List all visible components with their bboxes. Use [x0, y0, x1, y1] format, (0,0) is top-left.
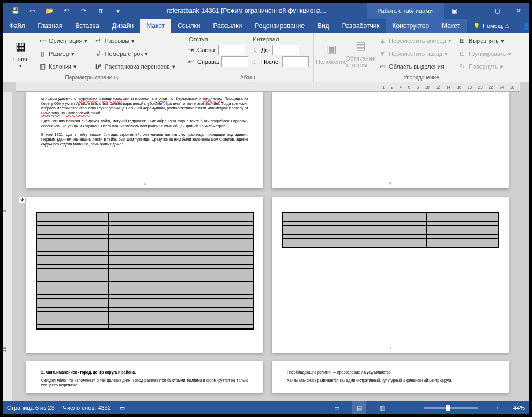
p8-para[interactable]: Сегодня мало что напоминает о тех далеки… — [41, 378, 248, 387]
position-button: ▣ Положение — [318, 35, 345, 70]
folder-icon: 📂 — [45, 6, 54, 15]
view-read-button[interactable]: ▭ — [330, 401, 344, 414]
spacing-after: ↕После: — [250, 56, 309, 67]
qat-customize[interactable]: ▾ — [110, 3, 126, 19]
zoom-thumb[interactable] — [446, 405, 450, 411]
ribbon-icon: ▣ — [452, 7, 457, 14]
status-page[interactable]: Страница 6 из 23 — [7, 405, 55, 411]
group-paragraph: Отступ ⇥Слева: ⇤Справа: Интервал ↕До: ↕П… — [182, 33, 314, 82]
p8-heading[interactable]: 2. Ханты-Мансийск - город, центр округа … — [41, 370, 248, 375]
view-web-button[interactable]: ▥ — [375, 401, 389, 414]
share-button[interactable]: 👤Общий доступ — [516, 19, 532, 33]
table-2[interactable] — [282, 212, 499, 248]
save-button[interactable]: 💾 — [7, 3, 23, 19]
rotate-icon: ↻ — [458, 62, 467, 71]
breaks-button[interactable]: ↵Разрывы ▾ — [92, 35, 177, 47]
tab-view[interactable]: Вид — [311, 19, 336, 33]
open-button[interactable]: 📂 — [41, 3, 57, 19]
tab-developer[interactable]: Разработчик — [336, 19, 386, 33]
zoom-in-button[interactable]: + — [491, 401, 505, 414]
zoom-level[interactable]: 44% — [513, 405, 525, 411]
status-words[interactable]: Число слов: 4332 — [63, 405, 111, 411]
minimize-button[interactable]: — — [465, 3, 486, 19]
close-icon: ✕ — [516, 7, 521, 14]
chevron-down-icon: ▾ — [19, 63, 21, 68]
undo-button[interactable]: ↶ — [58, 3, 75, 19]
maximize-button[interactable]: ▢ — [486, 3, 508, 19]
tab-mailings[interactable]: Рассылки — [206, 19, 248, 33]
page-4[interactable]: слишком удалено от сургутских и кондинск… — [26, 92, 263, 188]
tab-table-layout[interactable]: Макет — [435, 19, 467, 33]
tab-file[interactable]: Файл — [3, 19, 32, 33]
tab-layout[interactable]: Макет — [140, 19, 171, 33]
page-5[interactable]: 5 — [272, 92, 509, 188]
ribbon-options-button[interactable]: ▣ — [444, 3, 465, 19]
close-button[interactable]: ✕ — [508, 3, 529, 19]
spacing-after-icon: ↕ — [250, 57, 259, 66]
redo-button[interactable]: ↷ — [76, 3, 92, 19]
rotate-button: ↻Повернуть ▾ — [456, 61, 514, 72]
page-9[interactable]: Преобладающие религии — православие и му… — [272, 361, 509, 393]
tab-review[interactable]: Рецензирование — [248, 19, 311, 33]
table-move-handle[interactable]: ✥ — [19, 197, 25, 203]
spacing-after-input[interactable] — [282, 56, 309, 67]
page-number: 7 — [389, 346, 391, 350]
table-1[interactable] — [36, 212, 254, 330]
margins-button[interactable]: ▦ Поля ▾ — [7, 35, 34, 70]
align-icon: ⊞ — [458, 36, 467, 45]
tab-home[interactable]: Главная — [32, 19, 69, 33]
line-numbers-button[interactable]: #Номера строк ▾ — [92, 48, 177, 60]
breaks-icon: ↵ — [94, 36, 102, 45]
spacing-before-input[interactable] — [272, 45, 299, 55]
zoom-out-button[interactable]: − — [397, 401, 411, 414]
zoom-slider[interactable] — [424, 407, 478, 409]
hyphenation-button[interactable]: b­ªРасстановка переносов ▾ — [92, 61, 177, 72]
bulb-icon: 💡 — [473, 23, 481, 30]
p4-para1[interactable]: слишком удалено от сургутских и кондинск… — [41, 96, 248, 115]
group-icon: ⊡ — [458, 49, 467, 58]
equation-button[interactable]: π — [93, 3, 109, 19]
indent-right: ⇤Справа: — [187, 56, 248, 67]
orientation-button[interactable]: ▭Ориентация ▾ — [36, 35, 90, 47]
undo-icon: ↶ — [62, 6, 71, 15]
warning-icon: ⚠ — [505, 23, 510, 30]
status-lang-icon[interactable]: ▭ — [120, 405, 125, 412]
tab-references[interactable]: Ссылки — [171, 19, 206, 33]
tab-insert[interactable]: Вставка — [69, 19, 106, 33]
horizontal-ruler[interactable]: 12468101214161820222428 — [16, 82, 520, 92]
columns-button[interactable]: ▥Колонки ▾ — [36, 61, 90, 72]
size-button[interactable]: ▯Размер ▾ — [36, 48, 90, 60]
selection-pane-button[interactable]: ▭Область выделения — [376, 61, 454, 72]
bring-forward-button: ▲Переместить вперед ▾ — [376, 35, 454, 47]
minimize-icon: — — [472, 7, 479, 14]
new-button[interactable]: ▭ — [24, 3, 40, 19]
group-page-setup: ▦ Поля ▾ ▭Ориентация ▾ ▯Размер ▾ ▥Колонк… — [3, 33, 182, 82]
spacing-header: Интервал — [250, 35, 309, 43]
page-8[interactable]: 2. Ханты-Мансийск - город, центр округа … — [26, 361, 263, 393]
document-canvas[interactable]: слишком удалено от сургутских и кондинск… — [16, 92, 520, 401]
p4-para2[interactable]: Здесь стояла вековая сибирская тайга, мо… — [41, 119, 248, 128]
vertical-ruler[interactable]: 2 18 — [3, 92, 12, 401]
tab-table-design[interactable]: Конструктор — [386, 19, 435, 33]
view-print-button[interactable]: ▤ — [352, 401, 366, 414]
indent-left-icon: ⇥ — [187, 46, 195, 54]
p4-para3[interactable]: В мае 1931 года в тайгу вышли бригады ст… — [41, 132, 248, 147]
group-button: ⊡Группировать ▾ — [456, 48, 514, 60]
page-number: 5 — [389, 181, 391, 186]
tab-design[interactable]: Дизайн — [106, 19, 140, 33]
redo-icon: ↷ — [79, 6, 88, 15]
page-6[interactable]: ✥ — [26, 197, 263, 353]
save-icon: 💾 — [11, 6, 19, 15]
tell-me[interactable]: 💡Помощ⚠ — [467, 19, 516, 33]
window-title: referatbank-14361 [Режим ограниченной фу… — [126, 7, 367, 14]
web-layout-icon: ▥ — [379, 405, 385, 412]
print-layout-icon: ▤ — [357, 405, 362, 412]
p9-para1[interactable]: Преобладающие религии — православие и му… — [287, 370, 494, 375]
p9-para2[interactable]: Ханты-Мансийск развивается как администр… — [287, 378, 494, 383]
page-7[interactable]: 7 — [272, 197, 509, 353]
read-mode-icon: ▭ — [334, 405, 339, 412]
indent-right-input[interactable] — [221, 56, 248, 67]
document-workspace: 12468101214161820222428 2 18 слишком уда… — [3, 82, 529, 401]
indent-left-input[interactable] — [218, 45, 245, 55]
align-button[interactable]: ⊞Выровнять ▾ — [456, 35, 514, 47]
